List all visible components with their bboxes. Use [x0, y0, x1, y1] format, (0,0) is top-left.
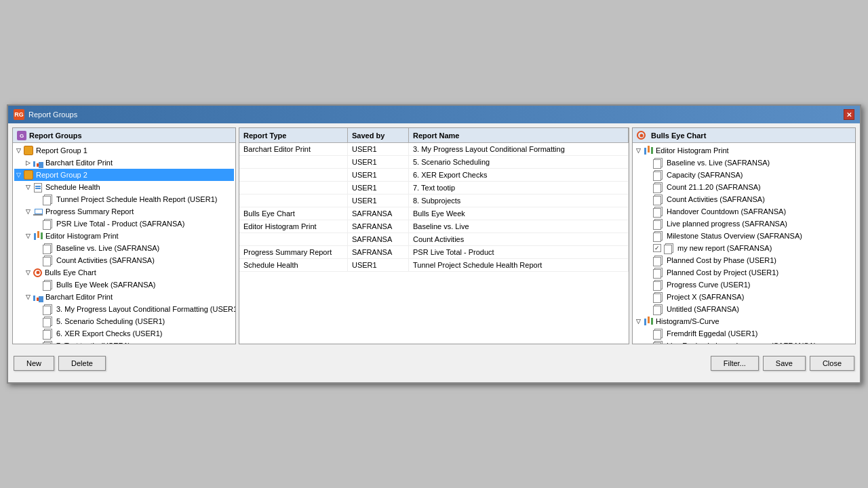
r-checkbox-mnr[interactable]	[653, 244, 661, 252]
r-report-icon-pcpj	[653, 268, 664, 277]
table-row[interactable]: USER1 5. Scenario Scheduling	[239, 156, 629, 169]
tree-label-bew: Bulls Eye Week (SAFRANSA)	[56, 281, 156, 289]
left-tree[interactable]: ▽ Report Group 1 ▷ Barchart Editor Print…	[13, 143, 235, 344]
tree-label-ca: Count Activities (SAFRANSA)	[56, 256, 155, 264]
tree-node-rg2[interactable]: ▽ Report Group 2	[14, 169, 234, 181]
r-tree-node-mnr[interactable]: my new report (SAFRANSA)	[644, 242, 854, 254]
tree-node-ehp[interactable]: ▽ Editor Histogram Print	[24, 230, 234, 242]
r-tree-node-pcph[interactable]: Planned Cost by Phase (USER1)	[644, 254, 854, 266]
table-row[interactable]: USER1 6. XER Export Checks	[239, 169, 629, 182]
cell-name-2: 6. XER Export Checks	[409, 169, 629, 181]
r-tree-label-pcph: Planned Cost by Phase (USER1)	[667, 256, 776, 264]
r-tree-label-ca: Count Activities (SAFRANSA)	[667, 195, 765, 203]
tree-label-bvl: Baseline vs. Live (SAFRANSA)	[56, 244, 159, 252]
tree-label-psr1: PSR Live Total - Product (SAFRANSA)	[56, 220, 184, 228]
r-tree-node-ehp[interactable]: ▽ Editor Histogram Print	[634, 144, 854, 157]
expand-bep1[interactable]: ▷	[24, 159, 32, 167]
table-row[interactable]: Schedule Health USER1 Tunnel Project Sch…	[239, 259, 629, 272]
report-icon-xer	[43, 329, 54, 338]
r-tree-node-hc[interactable]: Handover Countdown (SAFRANSA)	[644, 205, 854, 218]
right-panel-header: Bulls Eye Chart	[633, 128, 855, 143]
r-tree-node-lrp[interactable]: Live Revised planned progress (SAFRANSA)	[644, 340, 854, 344]
r-report-icon-px	[653, 292, 664, 302]
r-tree-node-un[interactable]: Untitled (SAFRANSA)	[644, 303, 854, 315]
table-row[interactable]: SAFRANSA Count Activities	[239, 233, 629, 246]
tree-node-sh[interactable]: ▽ Schedule Health	[24, 181, 234, 193]
expand-sh[interactable]: ▽	[24, 183, 32, 191]
r-tree-node-pc[interactable]: Progress Curve (USER1)	[644, 279, 854, 291]
report-icon-tt	[43, 341, 54, 344]
tree-label-rg1: Report Group 1	[36, 146, 87, 155]
col-header-name: Report Name	[409, 128, 629, 142]
tree-label-mprog: 3. My Progress Layout Conditional Format…	[56, 305, 235, 313]
cell-saved-2: USER1	[348, 169, 409, 181]
expand-bep2[interactable]: ▽	[24, 293, 32, 301]
table-row[interactable]: USER1 7. Text tootip	[239, 182, 629, 195]
tree-node-bew[interactable]: Bulls Eye Week (SAFRANSA)	[33, 279, 234, 291]
r-tree-label-fe: Fremdrift Eggedal (USER1)	[667, 329, 758, 338]
r-tree-node-cap[interactable]: Capacity (SAFRANSA)	[644, 169, 854, 181]
cell-name-5: Bulls Eye Week	[409, 207, 629, 220]
r-tree-node-pcpj[interactable]: Planned Cost by Project (USER1)	[644, 266, 854, 279]
r-tree-node-px[interactable]: Project X (SAFRANSA)	[644, 291, 854, 303]
r-tree-node-bvl[interactable]: Baseline vs. Live (SAFRANSA)	[644, 157, 854, 169]
cell-saved-4: USER1	[348, 195, 409, 207]
r-tree-node-mso[interactable]: Milestone Status Overview (SAFRANSA)	[644, 230, 854, 242]
r-report-icon-mso	[653, 231, 664, 241]
tree-node-rg1[interactable]: ▽ Report Group 1	[14, 144, 234, 157]
r-tree-label-hc: Handover Countdown (SAFRANSA)	[667, 207, 786, 216]
tree-node-tt[interactable]: 7. Text tootip (USER1)	[33, 340, 234, 344]
table-row[interactable]: Editor Histogram Print SAFRANSA Baseline…	[239, 220, 629, 233]
tree-label-bec: Bulls Eye Chart	[45, 268, 96, 277]
tree-node-ss[interactable]: 5. Scenario Scheduling (USER1)	[33, 315, 234, 327]
middle-panel: Report Type Saved by Report Name Barchar…	[239, 127, 629, 344]
r-report-icon-fe	[653, 329, 664, 338]
cell-saved-1: USER1	[348, 156, 409, 168]
window-close-button[interactable]: ✕	[844, 109, 854, 120]
filter-button[interactable]: Filter...	[711, 356, 759, 371]
right-tree[interactable]: ▽ Editor Histogram Print Baseline vs. Li…	[633, 143, 855, 344]
tree-node-xer[interactable]: 6. XER Export Checks (USER1)	[33, 327, 234, 340]
r-tree-node-fe[interactable]: Fremdrift Eggedal (USER1)	[644, 327, 854, 340]
r-expand-ehp[interactable]: ▽	[634, 146, 642, 155]
tree-node-bec[interactable]: ▽ Bulls Eye Chart	[24, 266, 234, 279]
schedule-icon-sh	[33, 183, 43, 191]
r-tree-node-ca[interactable]: Count Activities (SAFRANSA)	[644, 193, 854, 205]
expand-bec[interactable]: ▽	[24, 268, 32, 277]
r-expand-hsc[interactable]: ▽	[634, 317, 642, 325]
table-row[interactable]: Bulls Eye Chart SAFRANSA Bulls Eye Week	[239, 207, 629, 220]
cell-type-9: Schedule Health	[239, 259, 348, 271]
table-row[interactable]: Progress Summary Report SAFRANSA PSR Liv…	[239, 246, 629, 259]
close-button[interactable]: Close	[810, 356, 854, 371]
expand-psr[interactable]: ▽	[24, 207, 32, 216]
tree-label-ss: 5. Scenario Scheduling (USER1)	[56, 317, 165, 325]
cell-name-1: 5. Scenario Scheduling	[409, 156, 629, 168]
delete-button[interactable]: Delete	[58, 356, 106, 371]
cell-type-3	[239, 182, 348, 194]
expand-ehp[interactable]: ▽	[24, 232, 32, 240]
cell-name-7: Count Activities	[409, 233, 629, 245]
r-tree-node-hsc[interactable]: ▽ Histogram/S-Curve	[634, 315, 854, 327]
tree-label-ehp: Editor Histogram Print	[45, 232, 119, 240]
table-row[interactable]: USER1 8. Subprojects	[239, 195, 629, 207]
cell-name-6: Baseline vs. Live	[409, 220, 629, 232]
tree-node-tpsh[interactable]: Tunnel Project Schedule Health Report (U…	[33, 193, 234, 205]
tree-node-psr[interactable]: ▽ Progress Summary Report	[24, 205, 234, 218]
table-row[interactable]: Barchart Editor Print USER1 3. My Progre…	[239, 143, 629, 156]
new-button[interactable]: New	[14, 356, 54, 371]
tree-node-psr1[interactable]: PSR Live Total - Product (SAFRANSA)	[33, 218, 234, 230]
left-panel-header: Report Groups	[13, 128, 235, 143]
save-button[interactable]: Save	[763, 356, 806, 371]
tree-node-ca[interactable]: Count Activities (SAFRANSA)	[33, 254, 234, 266]
r-tree-node-lp[interactable]: Live planned progress (SAFRANSA)	[644, 218, 854, 230]
tree-node-mprog[interactable]: 3. My Progress Layout Conditional Format…	[33, 303, 234, 315]
tree-node-bvl[interactable]: Baseline vs. Live (SAFRANSA)	[33, 242, 234, 254]
cell-type-2	[239, 169, 348, 181]
tree-node-bep2[interactable]: ▽ Barchart Editor Print	[24, 291, 234, 303]
left-panel-title: Report Groups	[29, 131, 82, 140]
tree-node-bep1[interactable]: ▷ Barchart Editor Print	[24, 157, 234, 169]
expand-rg2[interactable]: ▽	[14, 171, 22, 179]
expand-rg1[interactable]: ▽	[14, 146, 22, 155]
cell-type-8: Progress Summary Report	[239, 246, 348, 258]
r-tree-node-c21[interactable]: Count 21.1.20 (SAFRANSA)	[644, 181, 854, 193]
